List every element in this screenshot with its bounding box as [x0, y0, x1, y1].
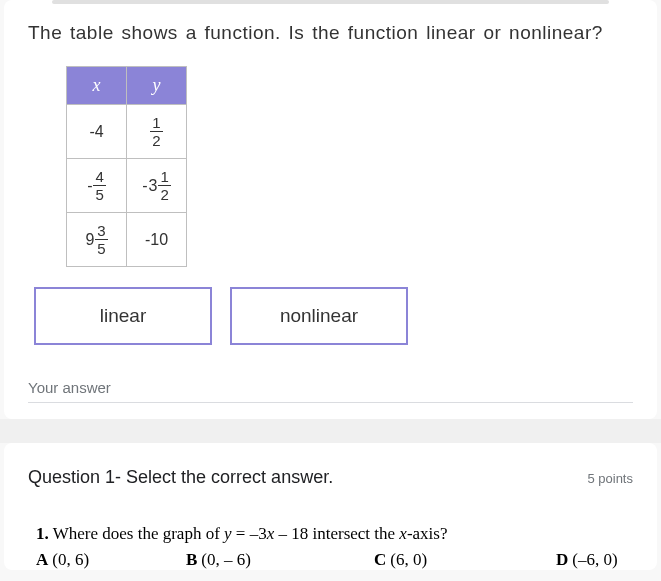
numerator: 3 [95, 223, 107, 240]
choice-label: C [374, 550, 386, 570]
eq-rhs: –3 [250, 524, 267, 543]
neg-sign: - [142, 177, 147, 195]
choice-value: (0, 6) [52, 550, 89, 570]
table-header-y: y [127, 67, 187, 105]
question-title: Question 1- Select the correct answer. [28, 467, 333, 488]
denominator: 2 [160, 186, 168, 202]
table-header-x: x [67, 67, 127, 105]
function-table-wrap: x y -4 1 2 - [66, 66, 633, 267]
answer-options: linear nonlinear [34, 287, 633, 345]
table-row: - 4 5 - 3 1 2 [67, 159, 187, 213]
option-linear[interactable]: linear [34, 287, 212, 345]
fraction: 3 5 [95, 223, 107, 256]
points-label: 5 points [587, 471, 633, 486]
neg-fraction: - 4 5 [87, 169, 106, 202]
eq-end: -axis? [407, 524, 448, 543]
whole-num: 3 [149, 177, 158, 195]
cell-x-1: - 4 5 [67, 159, 127, 213]
card-top-rule [52, 0, 609, 4]
table-row: -4 1 2 [67, 105, 187, 159]
choice-d[interactable]: D (–6, 0) [556, 550, 618, 570]
cell-x-2: 9 3 5 [67, 213, 127, 267]
question-card-1: The table shows a function. Is the funct… [4, 0, 657, 419]
question-card-2: Question 1- Select the correct answer. 5… [4, 443, 657, 570]
table-row: 9 3 5 -10 [67, 213, 187, 267]
whole-num: 10 [150, 231, 168, 248]
choice-value: (–6, 0) [572, 550, 617, 570]
choice-value: (6, 0) [390, 550, 427, 570]
choice-b[interactable]: B (0, – 6) [186, 550, 374, 570]
cell-y-2: -10 [127, 213, 187, 267]
denominator: 5 [95, 186, 103, 202]
numerator: 1 [158, 169, 170, 186]
choice-value: (0, – 6) [201, 550, 251, 570]
cell-y-0: 1 2 [127, 105, 187, 159]
var-y: y [224, 524, 232, 543]
numerator: 1 [150, 115, 162, 132]
question-prompt: The table shows a function. Is the funct… [28, 22, 633, 44]
cell-y-1: - 3 1 2 [127, 159, 187, 213]
fraction: 1 2 [158, 169, 170, 202]
denominator: 2 [152, 132, 160, 148]
choice-label: B [186, 550, 197, 570]
var-x-axis: x [399, 524, 407, 543]
option-nonlinear[interactable]: nonlinear [230, 287, 408, 345]
numerator: 4 [93, 169, 105, 186]
eq-sign: = [232, 524, 250, 543]
question-number: 1. [36, 524, 49, 543]
choices-row: A (0, 6) B (0, – 6) C (6, 0) D (–6, 0) [36, 550, 633, 570]
neg-mixed-number: - 3 1 2 [142, 169, 171, 202]
whole-num: 9 [85, 231, 94, 249]
choice-c[interactable]: C (6, 0) [374, 550, 556, 570]
choice-label: A [36, 550, 48, 570]
question-header: Question 1- Select the correct answer. 5… [28, 467, 633, 488]
fraction: 1 2 [150, 115, 162, 148]
choice-label: D [556, 550, 568, 570]
mixed-number: 9 3 5 [85, 223, 107, 256]
eq-tail: – 18 intersect the [274, 524, 399, 543]
card-gap [0, 419, 661, 443]
cell-x-0: -4 [67, 105, 127, 159]
whole-num: 4 [95, 123, 104, 140]
function-table: x y -4 1 2 - [66, 66, 187, 267]
denominator: 5 [97, 240, 105, 256]
fraction: 4 5 [93, 169, 105, 202]
stem-text: Where does the graph of [53, 524, 224, 543]
neg-sign: - [87, 177, 92, 195]
choice-a[interactable]: A (0, 6) [36, 550, 186, 570]
math-question-block: 1. Where does the graph of y = –3x – 18 … [36, 524, 633, 570]
answer-input[interactable] [28, 373, 633, 403]
math-stem: 1. Where does the graph of y = –3x – 18 … [36, 524, 633, 544]
